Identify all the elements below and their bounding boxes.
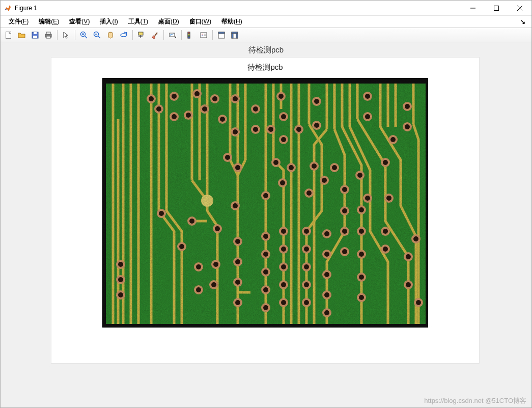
svg-rect-10 xyxy=(46,36,50,38)
menu-desktop[interactable]: 桌面(D) xyxy=(153,16,184,27)
svg-line-22 xyxy=(155,33,157,36)
svg-line-16 xyxy=(98,36,100,38)
link-plots-button[interactable] xyxy=(166,30,179,41)
menu-window[interactable]: 窗口(W) xyxy=(184,16,216,27)
close-button[interactable] xyxy=(508,1,531,15)
menu-view[interactable]: 查看(V) xyxy=(64,16,95,27)
svg-rect-6 xyxy=(34,32,37,34)
svg-rect-1 xyxy=(494,6,499,10)
svg-rect-9 xyxy=(46,32,50,34)
insert-colorbar-button[interactable] xyxy=(184,30,197,41)
show-plot-tools-button[interactable] xyxy=(229,30,241,41)
pan-button[interactable] xyxy=(104,30,117,41)
window-titlebar: Figure 1 xyxy=(1,1,531,16)
save-figure-button[interactable] xyxy=(29,30,41,41)
zoom-out-button[interactable] xyxy=(91,30,103,41)
figure-toolbar xyxy=(1,28,531,42)
svg-line-12 xyxy=(85,36,87,38)
menu-file[interactable]: 文件(F) xyxy=(4,16,34,27)
svg-rect-39 xyxy=(236,34,238,38)
menu-bar: 文件(F) 编辑(E) 查看(V) 插入(I) 工具(T) 桌面(D) 窗口(W… xyxy=(1,16,531,28)
insert-legend-button[interactable] xyxy=(198,30,210,41)
matlab-app-icon xyxy=(4,4,12,12)
minimize-button[interactable] xyxy=(461,1,485,15)
svg-point-18 xyxy=(121,34,127,37)
window-controls xyxy=(461,1,531,15)
new-figure-button[interactable] xyxy=(3,30,15,41)
menu-edit[interactable]: 编辑(E) xyxy=(34,16,64,27)
pcb-image[interactable] xyxy=(102,78,428,328)
figure-suptitle: 待检测pcb xyxy=(1,42,531,56)
svg-rect-7 xyxy=(33,36,37,38)
zoom-in-button[interactable] xyxy=(78,30,90,41)
svg-rect-29 xyxy=(201,33,207,38)
svg-rect-253 xyxy=(103,78,428,328)
menu-help[interactable]: 帮助(H) xyxy=(216,16,247,27)
svg-rect-28 xyxy=(188,37,190,38)
rotate-3d-button[interactable] xyxy=(118,30,130,41)
watermark-text: https://blog.csdn.net @51CTO博客 xyxy=(424,396,526,405)
print-button[interactable] xyxy=(42,30,54,41)
menu-tools[interactable]: 工具(T) xyxy=(123,16,153,27)
svg-rect-38 xyxy=(232,34,233,38)
brush-button[interactable] xyxy=(149,30,161,41)
maximize-button[interactable] xyxy=(485,1,508,15)
window-title: Figure 1 xyxy=(15,5,37,12)
hide-plot-tools-button[interactable] xyxy=(215,30,228,41)
axes-title: 待检测pcb xyxy=(51,58,479,72)
dock-arrow-icon[interactable]: ↘ xyxy=(517,18,528,25)
svg-rect-35 xyxy=(218,32,225,34)
axes-panel: 待检测pcb xyxy=(51,58,479,363)
data-cursor-button[interactable] xyxy=(135,30,148,41)
menu-insert[interactable]: 插入(I) xyxy=(95,16,123,27)
figure-canvas: 待检测pcb 待检测pcb xyxy=(1,42,531,408)
svg-rect-19 xyxy=(138,32,143,35)
open-file-button[interactable] xyxy=(16,30,28,41)
edit-plot-button[interactable] xyxy=(60,30,72,41)
